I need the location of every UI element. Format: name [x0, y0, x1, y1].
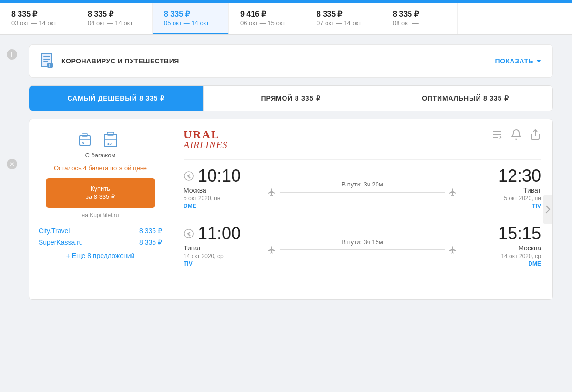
tab-bar: САМЫЙ ДЕШЕВЫЙ 8 335 ₽ ПРЯМОЙ 8 335 ₽ ОПТ… [29, 85, 553, 111]
flight-middle-0: В пути: 3ч 20м [260, 181, 465, 196]
svg-rect-3 [43, 61, 48, 62]
depart-block-1: 11:00 Тиват 14 окт 2020, ср TIV [184, 225, 260, 267]
tab-direct[interactable]: ПРЯМОЙ 8 335 ₽ [204, 86, 378, 111]
date-cell-3[interactable]: 9 416 ₽ 06 окт — 15 окт [229, 3, 305, 34]
depart-time-1: 11:00 [198, 225, 241, 242]
arrive-time-1: 15:15 [465, 225, 541, 242]
info-button[interactable]: i [7, 49, 17, 60]
flight-segment-1: 11:00 Тиват 14 окт 2020, ср TIV В пути: … [184, 217, 541, 275]
date-range-5: 08 окт — [393, 20, 446, 27]
plane-right-icon-0 [449, 188, 457, 196]
arrive-block-0: 12:30 Тиват 5 окт 2020, пн TIV [465, 167, 541, 209]
depart-iata-0: DME [184, 203, 260, 209]
baggage-row: 5 10 [79, 131, 123, 148]
corona-title: КОРОНАВИРУС И ПУТЕШЕСТВИЯ [61, 57, 179, 65]
flight-card: 5 10 С багажом Осталось 4 билета по этой… [29, 119, 553, 300]
arrive-date-0: 5 окт 2020, пн [465, 195, 541, 202]
depart-date-1: 14 окт 2020, ср [184, 253, 260, 259]
airline-name-ural: URAL [184, 129, 227, 140]
depart-plane-icon-1 [184, 228, 194, 239]
alt-offer-price-1: 8 335 ₽ [139, 238, 162, 246]
chevron-down-icon [536, 60, 541, 62]
arrive-block-1: 15:15 Москва 14 окт 2020, ср DME [465, 225, 541, 267]
right-panel: URAL AIRLINES [172, 119, 552, 299]
svg-text:!: ! [49, 64, 50, 67]
action-icons [491, 129, 541, 140]
date-price-3: 9 416 ₽ [240, 10, 293, 19]
date-cell-5[interactable]: 8 335 ₽ 08 окт — [381, 3, 458, 34]
airline-logo: URAL AIRLINES [184, 129, 227, 150]
arrive-time-0: 12:30 [465, 167, 541, 185]
flight-segment-0: 10:10 Москва 5 окт 2020, пн DME В пути: … [184, 159, 541, 217]
duration-1: В пути: 3ч 15м [341, 238, 383, 246]
plane-right-icon-1 [449, 246, 457, 254]
svg-text:5: 5 [82, 141, 84, 145]
alt-offer-1: SuperKassa.ru 8 335 ₽ [39, 237, 162, 248]
svg-text:10: 10 [107, 142, 112, 146]
arrive-date-1: 14 окт 2020, ср [465, 253, 541, 259]
arrive-iata-1: DME [465, 260, 541, 267]
left-panel: 5 10 С багажом Осталось 4 билета по этой… [29, 119, 172, 299]
date-range-3: 06 окт — 15 окт [240, 20, 293, 27]
arrive-city-1: Москва [465, 244, 541, 252]
alt-offer-site-0[interactable]: City.Travel [39, 227, 70, 235]
arrive-iata-0: TIV [465, 203, 541, 209]
airline-name-airlines: AIRLINES [184, 140, 227, 150]
show-button[interactable]: ПОКАЗАТЬ [495, 57, 541, 65]
flight-middle-1: В пути: 3ч 15м [260, 238, 465, 254]
share-icon[interactable] [530, 129, 541, 140]
svg-rect-4 [47, 63, 53, 68]
date-cell-0[interactable]: 8 335 ₽ 03 окт — 14 окт [0, 3, 76, 34]
depart-block-0: 10:10 Москва 5 окт 2020, пн DME [184, 167, 260, 209]
alt-offer-0: City.Travel 8 335 ₽ [39, 225, 162, 237]
more-offers-button[interactable]: + Еще 8 предложений [66, 252, 135, 259]
tickets-left: Осталось 4 билета по этой цене [54, 165, 147, 172]
tab-cheapest[interactable]: САМЫЙ ДЕШЕВЫЙ 8 335 ₽ [29, 86, 204, 111]
alt-offer-price-0: 8 335 ₽ [139, 227, 162, 235]
depart-city-0: Москва [184, 186, 260, 194]
date-range-0: 03 окт — 14 окт [11, 20, 64, 27]
date-cell-2[interactable]: 8 335 ₽ 05 окт — 14 окт [153, 3, 229, 35]
small-bag-icon: 5 [79, 131, 99, 148]
date-price-2: 8 335 ₽ [164, 10, 217, 19]
duration-0: В пути: 3ч 20м [341, 181, 383, 188]
flight-line-1 [280, 249, 445, 250]
corona-banner: ! КОРОНАВИРУС И ПУТЕШЕСТВИЯ ПОКАЗАТЬ [29, 44, 553, 78]
chevron-right-icon [545, 205, 551, 214]
bell-icon[interactable] [511, 129, 522, 140]
tab-optimal[interactable]: ОПТИМАЛЬНЫЙ 8 335 ₽ [378, 86, 552, 111]
date-range-4: 07 окт — 14 окт [317, 20, 369, 27]
document-icon: ! [41, 52, 56, 70]
buy-button[interactable]: Купить за 8 335 ₽ [46, 178, 155, 208]
date-strip: 8 335 ₽ 03 окт — 14 окт 8 335 ₽ 04 окт —… [0, 3, 572, 35]
date-price-0: 8 335 ₽ [11, 10, 64, 19]
svg-rect-1 [43, 56, 50, 57]
depart-plane-icon-0 [184, 171, 194, 181]
date-cell-4[interactable]: 8 335 ₽ 07 окт — 14 окт [305, 3, 381, 34]
airline-row: URAL AIRLINES [184, 129, 541, 150]
alt-offer-site-1[interactable]: SuperKassa.ru [39, 238, 83, 246]
depart-date-0: 5 окт 2020, пн [184, 195, 260, 202]
date-price-4: 8 335 ₽ [317, 10, 369, 19]
depart-iata-1: TIV [184, 260, 260, 267]
date-range-2: 05 окт — 14 окт [164, 20, 217, 27]
depart-city-1: Тиват [184, 244, 260, 252]
date-price-1: 8 335 ₽ [88, 10, 141, 19]
svg-rect-6 [80, 135, 90, 146]
corona-banner-left: ! КОРОНАВИРУС И ПУТЕШЕСТВИЯ [41, 52, 179, 70]
plane-row-1 [267, 246, 457, 254]
depart-time-0: 10:10 [198, 167, 241, 185]
flight-line-0 [280, 192, 445, 193]
arrive-city-0: Тиват [465, 186, 541, 194]
compare-icon[interactable] [491, 129, 503, 140]
date-price-5: 8 335 ₽ [393, 10, 446, 19]
large-bag-icon: 10 [102, 131, 123, 148]
on-site-label: на KupiBilet.ru [82, 212, 119, 218]
svg-rect-2 [43, 59, 50, 60]
date-cell-1[interactable]: 8 335 ₽ 04 окт — 14 окт [76, 3, 153, 34]
expand-button[interactable] [543, 195, 552, 224]
plane-left-icon-1 [267, 246, 276, 254]
close-button[interactable]: ✕ [7, 159, 17, 169]
date-range-1: 04 окт — 14 окт [88, 20, 141, 27]
plane-left-icon-0 [267, 188, 276, 196]
